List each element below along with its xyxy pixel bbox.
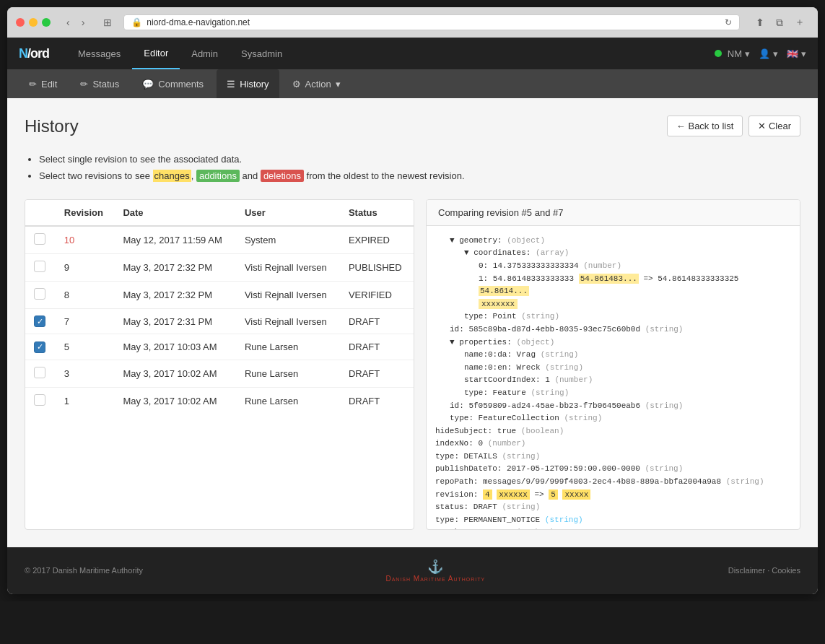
nav-right: NM ▾ 👤 ▾ 🇬🇧 ▾ xyxy=(715,48,806,59)
user-status[interactable]: NM ▾ xyxy=(715,48,750,59)
diff-line: repoPath: messages/9/99/999f4803-2ec4-4b… xyxy=(435,476,791,489)
nav-item-editor[interactable]: Editor xyxy=(132,38,180,69)
diff-line: indexNo: 0 (number) xyxy=(435,438,791,451)
diff-line: name:0:en: Wreck (string) xyxy=(435,362,791,375)
nav-item-messages[interactable]: Messages xyxy=(66,38,132,69)
revision-cell[interactable]: 10 xyxy=(56,226,115,254)
status-icon: ✏ xyxy=(80,79,88,90)
diff-line: startCoordIndex: 1 (number) xyxy=(435,374,791,387)
status-cell: DRAFT xyxy=(340,308,414,334)
maximize-button[interactable] xyxy=(42,18,51,27)
nav-item-admin[interactable]: Admin xyxy=(180,38,230,69)
share-button[interactable]: ⬆ xyxy=(751,14,769,30)
app-logo: N/ord xyxy=(19,46,49,61)
user-cell: System xyxy=(236,226,340,254)
header-actions: ← Back to list ✕ Clear xyxy=(667,116,800,136)
date-cell: May 3, 2017 10:02 AM xyxy=(114,387,235,414)
table-header-row: Revision Date User Status xyxy=(25,200,414,226)
footer-center: ⚓ Danish Maritime Authority xyxy=(385,559,485,583)
new-tab-button[interactable]: ⧉ xyxy=(772,14,787,30)
checkbox-cell[interactable]: ✓ xyxy=(25,308,56,334)
diff-content[interactable]: ▼ geometry: (object)▼ coordinates: (arra… xyxy=(427,226,800,529)
minimize-button[interactable] xyxy=(29,18,38,27)
back-button[interactable]: ‹ xyxy=(62,15,74,30)
checkbox-checked[interactable]: ✓ xyxy=(34,341,45,353)
comments-icon: 💬 xyxy=(142,79,154,90)
subnav-action[interactable]: ⚙ Action ▾ xyxy=(282,69,351,98)
col-checkbox xyxy=(25,200,56,226)
checkbox-unchecked[interactable] xyxy=(34,261,45,272)
forward-button[interactable]: › xyxy=(77,15,90,30)
diff-line: ▼ geometry: (object) xyxy=(435,235,791,248)
status-cell: VERIFIED xyxy=(340,281,414,308)
address-bar[interactable]: 🔒 niord-dma.e-navigation.net ↻ xyxy=(123,14,740,30)
diff-header: Comparing revision #5 and #7 xyxy=(427,200,800,226)
history-icon: ☰ xyxy=(227,79,235,90)
table-row[interactable]: 9May 3, 2017 2:32 PMVisti Rejnall Iverse… xyxy=(25,253,414,281)
user-account[interactable]: 👤 ▾ xyxy=(759,48,778,59)
revision-cell: 5 xyxy=(56,334,115,360)
status-cell: DRAFT xyxy=(340,360,414,387)
checkbox-cell[interactable] xyxy=(25,281,56,308)
revision-link[interactable]: 10 xyxy=(64,235,74,245)
subnav-comments[interactable]: 💬 Comments xyxy=(132,69,214,98)
table-row[interactable]: ✓7May 3, 2017 2:31 PMVisti Rejnall Ivers… xyxy=(25,308,414,334)
subnav-history-label: History xyxy=(240,79,269,90)
subnav-status[interactable]: ✏ Status xyxy=(70,69,129,98)
diff-line: type: DETAILS (string) xyxy=(435,451,791,464)
checkbox-unchecked[interactable] xyxy=(34,233,45,245)
checkbox-cell[interactable]: ✓ xyxy=(25,334,56,360)
nav-item-sysadmin[interactable]: Sysadmin xyxy=(230,38,294,69)
subnav-status-label: Status xyxy=(92,79,119,90)
disclaimer-link[interactable]: Disclaimer xyxy=(728,566,765,575)
browser-nav: ‹ › xyxy=(62,15,89,30)
checkbox-unchecked[interactable] xyxy=(34,288,45,300)
table-row[interactable]: 10May 12, 2017 11:59 AMSystemEXPIRED xyxy=(25,226,414,254)
user-cell: Rune Larsen xyxy=(236,387,340,414)
table-row[interactable]: ✓5May 3, 2017 10:03 AMRune LarsenDRAFT xyxy=(25,334,414,360)
revision-cell: 8 xyxy=(56,281,115,308)
diff-line: id: 585c89ba-d87d-4ebb-8035-93ec75c60b0d… xyxy=(435,323,791,336)
instructions: Select single revision to see the associ… xyxy=(25,151,800,185)
subnav-history[interactable]: ☰ History xyxy=(217,69,279,98)
changes-highlight: changes xyxy=(153,170,191,182)
status-indicator xyxy=(715,50,722,57)
checkbox-cell[interactable] xyxy=(25,360,56,387)
diff-line: status: DRAFT (string) xyxy=(435,501,791,514)
footer-copyright: © 2017 Danish Maritime Authority xyxy=(25,566,143,575)
content-layout: Revision Date User Status 10May 12, 2017… xyxy=(25,199,800,530)
revision-cell: 7 xyxy=(56,308,115,334)
checkbox-cell[interactable] xyxy=(25,253,56,281)
clear-button[interactable]: ✕ Clear xyxy=(748,116,800,136)
history-table: Revision Date User Status 10May 12, 2017… xyxy=(25,199,414,530)
back-to-list-button[interactable]: ← Back to list xyxy=(667,116,743,136)
flag-icon: 🇬🇧 xyxy=(787,48,798,59)
subnav-comments-label: Comments xyxy=(158,79,204,90)
refresh-button[interactable]: ↻ xyxy=(725,17,732,27)
checkbox-unchecked[interactable] xyxy=(34,394,45,406)
cookies-link[interactable]: Cookies xyxy=(772,566,800,575)
diff-line: name:0:da: Vrag (string) xyxy=(435,349,791,362)
nav-items: Messages Editor Admin Sysadmin xyxy=(66,38,294,69)
status-cell: DRAFT xyxy=(340,387,414,414)
table-row[interactable]: 3May 3, 2017 10:02 AMRune LarsenDRAFT xyxy=(25,360,414,387)
diff-line: publishDateTo: 2017-05-12T09:59:00.000-0… xyxy=(435,463,791,476)
user-dropdown-icon: ▾ xyxy=(745,48,750,59)
instruction-1: Select single revision to see the associ… xyxy=(39,151,800,167)
window-arrange-button[interactable]: ⊞ xyxy=(99,15,116,30)
checkbox-checked[interactable]: ✓ xyxy=(34,316,45,327)
checkbox-cell[interactable] xyxy=(25,226,56,254)
table-row[interactable]: 1May 3, 2017 10:02 AMRune LarsenDRAFT xyxy=(25,387,414,414)
checkbox-unchecked[interactable] xyxy=(34,367,45,378)
deletions-highlight: deletions xyxy=(261,170,304,182)
language-selector[interactable]: 🇬🇧 ▾ xyxy=(787,48,806,59)
date-cell: May 3, 2017 10:02 AM xyxy=(114,360,235,387)
page-title: History xyxy=(25,116,79,136)
close-button[interactable] xyxy=(16,18,25,27)
status-cell: DRAFT xyxy=(340,334,414,360)
checkbox-cell[interactable] xyxy=(25,387,56,414)
add-tab-button[interactable]: ＋ xyxy=(790,14,809,30)
diff-line: type: Feature (string) xyxy=(435,387,791,400)
table-row[interactable]: 8May 3, 2017 2:32 PMVisti Rejnall Iverse… xyxy=(25,281,414,308)
subnav-edit[interactable]: ✏ Edit xyxy=(19,69,67,98)
